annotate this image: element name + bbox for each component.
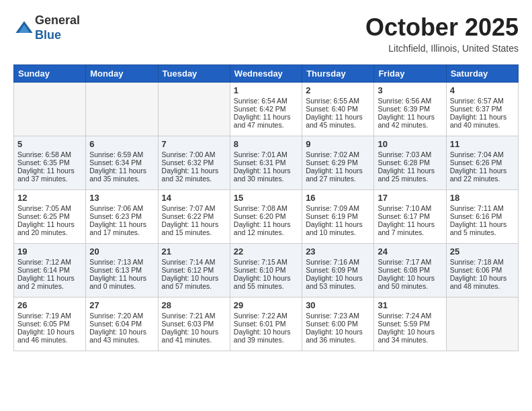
day-info: Sunrise: 7:02 AM	[306, 150, 370, 158]
day-info: Daylight: 11 hours	[450, 220, 515, 228]
day-info: Sunset: 6:28 PM	[378, 158, 442, 167]
day-info: Sunset: 5:59 PM	[378, 320, 442, 328]
logo-blue: Blue	[35, 28, 80, 43]
day-info: Sunset: 6:22 PM	[162, 212, 226, 220]
day-info: Sunset: 6:17 PM	[378, 212, 442, 220]
day-number: 20	[89, 246, 154, 257]
weekday-header-sunday: Sunday	[14, 65, 86, 83]
day-info: Sunset: 6:03 PM	[162, 320, 226, 328]
day-number: 2	[306, 85, 370, 95]
day-info: Sunrise: 6:54 AM	[234, 97, 298, 105]
day-info: Sunset: 6:19 PM	[306, 212, 370, 220]
day-info: Sunrise: 7:06 AM	[89, 204, 154, 212]
calendar-cell: 15Sunrise: 7:08 AMSunset: 6:20 PMDayligh…	[230, 190, 302, 244]
day-info: Sunset: 6:06 PM	[450, 266, 515, 274]
day-number: 1	[234, 85, 298, 95]
day-info: and 35 minutes.	[89, 175, 154, 183]
day-number: 19	[17, 246, 82, 257]
day-info: Sunrise: 7:23 AM	[306, 312, 370, 320]
calendar-cell: 31Sunrise: 7:24 AMSunset: 5:59 PMDayligh…	[374, 298, 446, 351]
calendar-cell: 21Sunrise: 7:14 AMSunset: 6:12 PMDayligh…	[158, 244, 230, 298]
day-info: Daylight: 11 hours	[234, 220, 298, 228]
calendar-cell: 29Sunrise: 7:22 AMSunset: 6:01 PMDayligh…	[230, 298, 302, 351]
day-info: and 47 minutes.	[234, 121, 298, 129]
day-info: Sunrise: 7:12 AM	[17, 258, 82, 266]
day-info: and 5 minutes.	[450, 228, 515, 236]
day-number: 3	[378, 85, 442, 95]
weekday-header-thursday: Thursday	[302, 65, 374, 83]
calendar-cell: 8Sunrise: 7:01 AMSunset: 6:31 PMDaylight…	[230, 136, 302, 190]
day-info: Sunrise: 7:24 AM	[378, 312, 442, 320]
day-number: 29	[234, 300, 298, 310]
day-info: and 0 minutes.	[89, 282, 154, 290]
calendar-cell: 17Sunrise: 7:10 AMSunset: 6:17 PMDayligh…	[374, 190, 446, 244]
day-info: Daylight: 11 hours	[378, 220, 442, 228]
calendar-cell: 6Sunrise: 6:59 AMSunset: 6:34 PMDaylight…	[86, 136, 158, 190]
day-info: Sunrise: 7:08 AM	[234, 204, 298, 212]
day-number: 5	[17, 139, 82, 149]
day-info: and 15 minutes.	[162, 228, 226, 236]
day-info: Daylight: 10 hours	[162, 328, 226, 336]
day-info: and 39 minutes.	[234, 336, 298, 344]
day-number: 27	[89, 300, 154, 310]
page-header: General Blue October 2025 Litchfield, Il…	[13, 13, 519, 54]
calendar-cell: 20Sunrise: 7:13 AMSunset: 6:13 PMDayligh…	[86, 244, 158, 298]
day-info: Daylight: 10 hours	[378, 328, 442, 336]
weekday-header-wednesday: Wednesday	[230, 65, 302, 83]
calendar-cell: 7Sunrise: 7:00 AMSunset: 6:32 PMDaylight…	[158, 136, 230, 190]
day-info: Sunset: 6:04 PM	[89, 320, 154, 328]
calendar-cell: 28Sunrise: 7:21 AMSunset: 6:03 PMDayligh…	[158, 298, 230, 351]
calendar-cell: 5Sunrise: 6:58 AMSunset: 6:35 PMDaylight…	[14, 136, 86, 190]
day-info: Daylight: 10 hours	[17, 328, 82, 336]
day-info: and 53 minutes.	[306, 282, 370, 290]
day-info: and 30 minutes.	[234, 175, 298, 183]
day-info: and 12 minutes.	[234, 228, 298, 236]
day-info: Daylight: 11 hours	[162, 167, 226, 175]
calendar-cell: 23Sunrise: 7:16 AMSunset: 6:09 PMDayligh…	[302, 244, 374, 298]
day-number: 25	[450, 246, 515, 257]
day-info: and 25 minutes.	[378, 175, 442, 183]
day-info: Daylight: 11 hours	[17, 274, 82, 282]
day-info: Sunset: 6:10 PM	[234, 266, 298, 274]
day-number: 14	[162, 193, 226, 203]
calendar-cell: 11Sunrise: 7:04 AMSunset: 6:26 PMDayligh…	[446, 136, 518, 190]
day-info: and 41 minutes.	[162, 336, 226, 344]
day-info: and 48 minutes.	[450, 282, 515, 290]
day-info: and 57 minutes.	[162, 282, 226, 290]
calendar-cell: 22Sunrise: 7:15 AMSunset: 6:10 PMDayligh…	[230, 244, 302, 298]
day-info: and 34 minutes.	[378, 336, 442, 344]
day-info: Sunset: 6:40 PM	[306, 105, 370, 113]
day-info: Daylight: 11 hours	[89, 274, 154, 282]
day-number: 23	[306, 246, 370, 257]
day-info: and 46 minutes.	[17, 336, 82, 344]
day-info: Daylight: 10 hours	[450, 274, 515, 282]
day-number: 11	[450, 139, 515, 149]
calendar-week-row: 26Sunrise: 7:19 AMSunset: 6:05 PMDayligh…	[14, 298, 519, 351]
day-number: 17	[378, 193, 442, 203]
day-info: Sunset: 6:25 PM	[17, 212, 82, 220]
day-info: Daylight: 11 hours	[89, 220, 154, 228]
day-number: 28	[162, 300, 226, 310]
day-number: 16	[306, 193, 370, 203]
day-info: Sunset: 6:42 PM	[234, 105, 298, 113]
day-info: Sunrise: 6:56 AM	[378, 97, 442, 105]
weekday-header-tuesday: Tuesday	[158, 65, 230, 83]
day-info: Sunset: 6:39 PM	[378, 105, 442, 113]
calendar-cell: 25Sunrise: 7:18 AMSunset: 6:06 PMDayligh…	[446, 244, 518, 298]
day-info: Sunrise: 7:13 AM	[89, 258, 154, 266]
day-info: Sunset: 6:01 PM	[234, 320, 298, 328]
day-info: Daylight: 11 hours	[450, 113, 515, 121]
day-number: 9	[306, 139, 370, 149]
weekday-header-saturday: Saturday	[446, 65, 518, 83]
day-info: Sunset: 6:29 PM	[306, 158, 370, 167]
day-info: Sunset: 6:31 PM	[234, 158, 298, 167]
day-info: Sunrise: 7:17 AM	[378, 258, 442, 266]
calendar-cell: 10Sunrise: 7:03 AMSunset: 6:28 PMDayligh…	[374, 136, 446, 190]
day-info: Sunrise: 7:07 AM	[162, 204, 226, 212]
day-info: Sunrise: 7:11 AM	[450, 204, 515, 212]
day-info: and 42 minutes.	[378, 121, 442, 129]
calendar-cell: 2Sunrise: 6:55 AMSunset: 6:40 PMDaylight…	[302, 83, 374, 136]
day-info: and 43 minutes.	[89, 336, 154, 344]
day-info: Daylight: 11 hours	[378, 167, 442, 175]
day-number: 6	[89, 139, 154, 149]
